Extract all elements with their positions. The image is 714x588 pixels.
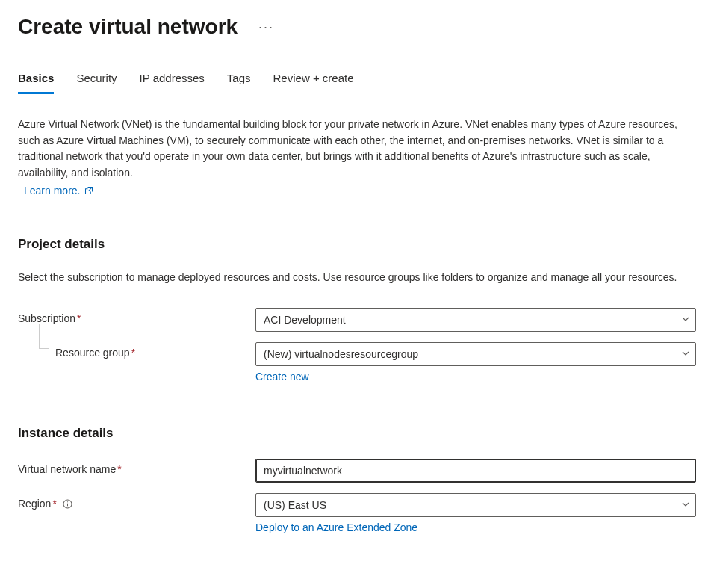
- project-details-description: Select the subscription to manage deploy…: [18, 270, 696, 286]
- project-details-section: Project details Select the subscription …: [18, 237, 696, 383]
- resource-group-label: Resource group*: [18, 342, 255, 359]
- info-icon[interactable]: [63, 499, 72, 509]
- intro-description: Azure Virtual Network (VNet) is the fund…: [18, 117, 696, 182]
- instance-details-title: Instance details: [18, 426, 696, 441]
- virtual-network-name-input[interactable]: [255, 459, 696, 483]
- tab-security[interactable]: Security: [76, 72, 117, 94]
- region-select[interactable]: (US) East US: [255, 493, 696, 517]
- deploy-extended-zone-link[interactable]: Deploy to an Azure Extended Zone: [255, 522, 417, 533]
- tab-ip-addresses[interactable]: IP addresses: [140, 72, 205, 94]
- create-new-resource-group-link[interactable]: Create new: [255, 371, 309, 383]
- more-actions-icon[interactable]: ···: [258, 19, 274, 35]
- region-label: Region*: [18, 493, 255, 510]
- instance-details-section: Instance details Virtual network name* R…: [18, 426, 696, 533]
- learn-more-link[interactable]: Learn more.: [24, 185, 93, 196]
- required-asterisk: *: [52, 498, 56, 510]
- required-asterisk: *: [117, 463, 121, 475]
- page-header: Create virtual network ···: [18, 15, 696, 39]
- learn-more-label: Learn more.: [24, 185, 80, 196]
- svg-point-2: [67, 502, 68, 503]
- tab-review-create[interactable]: Review + create: [273, 72, 354, 94]
- virtual-network-name-label: Virtual network name*: [18, 459, 255, 475]
- resource-group-select[interactable]: (New) virtualnodesresourcegroup: [255, 342, 696, 366]
- project-details-title: Project details: [18, 237, 696, 252]
- subscription-label: Subscription*: [18, 308, 255, 324]
- tab-bar: Basics Security IP addresses Tags Review…: [18, 72, 696, 94]
- page-title: Create virtual network: [18, 15, 238, 39]
- subscription-select[interactable]: ACI Development: [255, 308, 696, 332]
- required-asterisk: *: [131, 347, 135, 359]
- tab-basics[interactable]: Basics: [18, 72, 54, 94]
- external-link-icon: [83, 185, 93, 196]
- tab-tags[interactable]: Tags: [227, 72, 251, 94]
- required-asterisk: *: [77, 312, 81, 324]
